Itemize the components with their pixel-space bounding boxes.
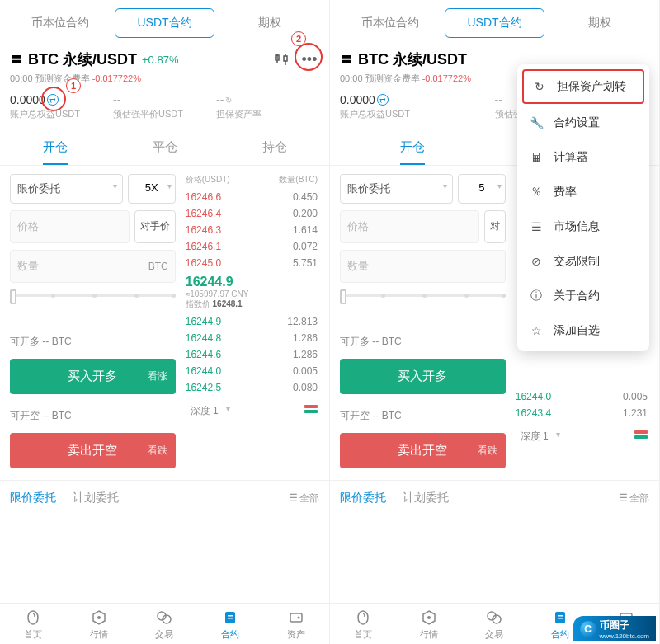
top-tabs: 币本位合约 USDT合约 期权: [0, 0, 329, 46]
buy-long-button[interactable]: 买入开多: [340, 359, 506, 394]
counterparty-price-button[interactable]: 对: [484, 210, 506, 243]
more-icon[interactable]: •••: [299, 49, 319, 69]
order-tab-limit[interactable]: 限价委托: [10, 481, 56, 515]
ob-ask-row[interactable]: 16246.10.072: [184, 238, 319, 255]
price-input[interactable]: 价格: [340, 210, 479, 243]
tab-open[interactable]: 开仓: [0, 129, 110, 165]
nav-wallet[interactable]: 资产: [263, 609, 329, 641]
tab-coin-margin[interactable]: 币本位合约: [10, 8, 110, 38]
ob-bid-row[interactable]: 16243.41.231: [514, 405, 649, 421]
leverage-select[interactable]: 5X: [128, 174, 176, 204]
position-tabs: 开仓 平仓 持仓: [0, 129, 329, 166]
menu-item-关于合约[interactable]: ⓘ关于合约: [517, 279, 649, 313]
ob-ask-row[interactable]: 16246.40.200: [184, 205, 319, 222]
ob-head-qty: 数量(BTC): [279, 174, 318, 186]
tab-open[interactable]: 开仓: [330, 129, 495, 165]
tab-options[interactable]: 期权: [549, 8, 649, 38]
transfer-icon[interactable]: ⇄: [47, 94, 59, 106]
menu-icon: ☆: [529, 324, 544, 337]
transfer-icon[interactable]: ⇄: [377, 94, 389, 106]
menu-item-费率[interactable]: ％费率: [517, 175, 649, 209]
equity-value: 0.0000: [10, 93, 45, 106]
order-type-select[interactable]: 限价委托: [340, 174, 453, 204]
pair-name[interactable]: BTC 永续/USDT: [28, 49, 137, 69]
menu-item-添加自选[interactable]: ☆添加自选: [517, 313, 649, 348]
sell-short-button[interactable]: 卖出开空看跌: [340, 433, 506, 468]
ob-ask-row[interactable]: 16245.05.751: [184, 255, 319, 271]
nav-home[interactable]: 首页: [0, 609, 66, 641]
counterparty-price-button[interactable]: 对手价: [134, 210, 176, 243]
order-tabs: 限价委托 计划委托 ☰全部: [330, 480, 659, 515]
nav-contract[interactable]: 合约: [197, 609, 263, 641]
depth-select[interactable]: 深度 1: [516, 426, 563, 447]
depth-select[interactable]: 深度 1: [186, 401, 233, 421]
order-tab-plan[interactable]: 计划委托: [403, 481, 449, 515]
tab-close[interactable]: 平仓: [110, 129, 219, 165]
tab-usdt[interactable]: USDT合约: [445, 8, 544, 38]
ob-bid-row[interactable]: 16244.81.286: [184, 330, 319, 346]
ob-ask-row[interactable]: 16246.31.614: [184, 222, 319, 238]
quantity-slider[interactable]: [340, 289, 506, 302]
ob-ask-row[interactable]: 16246.60.450: [184, 189, 319, 205]
pair-row: 〓 BTC 永续/USDT +0.87% ••• 2: [0, 46, 329, 71]
nav-trade[interactable]: 交易: [132, 609, 198, 641]
trade-icon: [485, 609, 503, 627]
pair-name[interactable]: BTC 永续/USDT: [358, 49, 467, 69]
avail-short: 可开空 -- BTC: [340, 406, 506, 426]
fee-rate: -0.017722%: [92, 73, 141, 83]
pair-actions: •••: [271, 49, 319, 69]
menu-item-交易限制[interactable]: ⊘交易限制: [517, 244, 649, 279]
tab-options[interactable]: 期权: [219, 8, 319, 38]
panel-left: 币本位合约 USDT合约 期权 〓 BTC 永续/USDT +0.87% •••…: [0, 0, 330, 644]
margin-value: --: [216, 93, 224, 106]
order-all-button[interactable]: ☰全部: [289, 491, 319, 505]
svg-point-16: [427, 616, 431, 619]
nav-market[interactable]: 行情: [66, 609, 132, 641]
watermark-logo-icon: C: [580, 621, 596, 637]
menu-item-市场信息[interactable]: ☰市场信息: [517, 209, 649, 244]
fee-label: 00:00 预测资金费率: [340, 73, 420, 83]
ob-mid-price: 16244.9: [186, 275, 318, 289]
menu-item-合约设置[interactable]: 🔧合约设置: [517, 106, 649, 140]
balance-equity: 0.0000⇄ 账户总权益USDT: [10, 93, 113, 120]
ob-bid-row[interactable]: 16244.00.005: [184, 363, 319, 379]
ob-bid-row[interactable]: 16244.00.005: [514, 388, 649, 405]
tab-usdt[interactable]: USDT合约: [115, 8, 214, 38]
ob-bid-row[interactable]: 16244.912.813: [184, 313, 319, 330]
avail-short: 可开空 -- BTC: [10, 406, 176, 426]
nav-home[interactable]: 首页: [330, 609, 396, 641]
menu-icon: 🖩: [529, 151, 544, 164]
ob-mid-cny: ≈105997.97 CNY: [186, 289, 318, 298]
leverage-select[interactable]: 5: [458, 174, 506, 204]
tab-coin-margin[interactable]: 币本位合约: [340, 8, 440, 38]
kline-icon[interactable]: [271, 49, 291, 69]
nav-trade[interactable]: 交易: [462, 609, 528, 641]
order-tab-limit[interactable]: 限价委托: [340, 481, 386, 515]
svg-rect-4: [284, 56, 287, 61]
pair-switch-icon[interactable]: 〓: [10, 51, 23, 68]
sell-short-button[interactable]: 卖出开空看跌: [10, 433, 176, 468]
order-type-select[interactable]: 限价委托: [10, 174, 123, 204]
buy-long-button[interactable]: 买入开多看涨: [10, 359, 176, 394]
price-input[interactable]: 价格: [10, 210, 130, 243]
bottom-nav: 首页行情交易合约资产: [0, 603, 329, 644]
orderbook-view-icon[interactable]: [634, 430, 648, 444]
orderbook: 价格(USDT)数量(BTC) 16246.60.45016246.40.200…: [184, 174, 319, 473]
menu-item-担保资产划转[interactable]: ↻担保资产划转: [522, 69, 644, 104]
menu-item-计算器[interactable]: 🖩计算器: [517, 140, 649, 175]
order-tab-plan[interactable]: 计划委托: [73, 481, 119, 515]
wallet-icon: [287, 609, 305, 627]
order-tabs: 限价委托 计划委托 ☰全部: [0, 480, 329, 515]
quantity-input[interactable]: 数量: [340, 250, 506, 283]
tab-position[interactable]: 持仓: [219, 129, 329, 165]
top-tabs: 币本位合约 USDT合约 期权: [330, 0, 659, 46]
orderbook-view-icon[interactable]: [304, 405, 318, 418]
nav-market[interactable]: 行情: [396, 609, 462, 641]
order-all-button[interactable]: ☰全部: [619, 491, 649, 505]
quantity-input[interactable]: 数量BTC: [10, 250, 176, 283]
quantity-slider[interactable]: [10, 289, 176, 302]
refresh-icon[interactable]: ↻: [225, 96, 232, 105]
ob-bid-row[interactable]: 16244.61.286: [184, 346, 319, 363]
pair-switch-icon[interactable]: 〓: [340, 51, 353, 68]
ob-bid-row[interactable]: 16242.50.080: [184, 379, 319, 396]
